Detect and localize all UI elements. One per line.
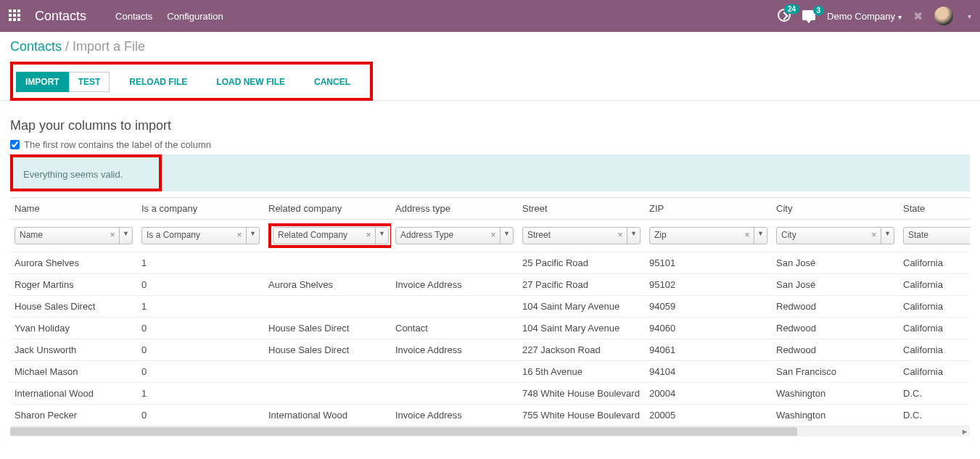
chevron-down-icon[interactable]: ▼ [500,228,513,244]
cell: Invoice Address [391,274,518,296]
field-select-address-type[interactable]: Address Type×▼ [395,227,514,244]
breadcrumb-root[interactable]: Contacts [10,39,62,54]
apps-icon[interactable] [9,9,22,22]
cell: International Wood [264,405,391,426]
horizontal-scrollbar[interactable]: ◄ ► [10,426,970,437]
cell: San José [772,274,899,296]
col-header: Address type [391,198,518,220]
cell: Michael Mason [10,361,137,383]
scrollbar-thumb[interactable] [10,427,797,436]
cell: 95101 [645,252,772,274]
field-select-row: Name×▼ Is a Company×▼ Related Company×▼ … [10,220,970,252]
field-select-related-company[interactable]: Related Company×▼ [273,227,389,244]
field-select-city[interactable]: City×▼ [776,227,894,244]
cell [391,296,518,318]
col-header: Name [10,198,137,220]
cell: 94061 [645,339,772,361]
cell: Roger Martins [10,274,137,296]
breadcrumb-current: Import a File [73,39,145,54]
cell: California [899,252,970,274]
cell: House Sales Direct [264,318,391,339]
cell: 104 Saint Mary Avenue [518,318,645,339]
clear-icon[interactable]: × [487,228,500,244]
reload-file-button[interactable]: RELOAD FILE [120,72,197,92]
import-table-wrap: Name Is a company Related company Addres… [10,197,970,426]
cell: 104 Saint Mary Avenue [518,296,645,318]
activities-button[interactable]: 24 [778,9,791,24]
cell [391,361,518,383]
chevron-down-icon[interactable]: ▼ [754,228,767,244]
col-header: Is a company [137,198,264,220]
cell: Aurora Shelves [10,252,137,274]
clear-icon[interactable]: × [362,228,375,244]
first-row-checkbox[interactable] [10,140,20,149]
col-header: Street [518,198,645,220]
cell: California [899,361,970,383]
cell [391,252,518,274]
nav-link-configuration[interactable]: Configuration [167,11,223,22]
chevron-down-icon[interactable]: ▼ [627,228,640,244]
cell: Redwood [772,339,899,361]
cell: 227 Jackson Road [518,339,645,361]
cell: 0 [137,274,264,296]
field-select-state[interactable]: State▼ [903,227,970,244]
cell: 1 [137,252,264,274]
col-header: Related company [264,198,391,220]
cell: Invoice Address [391,339,518,361]
cell: California [899,296,970,318]
load-new-file-button[interactable]: LOAD NEW FILE [207,72,295,92]
import-table: Name Is a company Related company Addres… [10,198,970,426]
cell: Jack Unsworth [10,339,137,361]
cell: 94059 [645,296,772,318]
chevron-down-icon[interactable]: ▼ [881,228,894,244]
highlight-box-buttons: IMPORT TEST RELOAD FILE LOAD NEW FILE CA… [10,62,373,101]
topnav: Contacts Contacts Configuration 24 3 Dem… [0,0,980,32]
field-select-is-company[interactable]: Is a Company×▼ [141,227,260,244]
test-button[interactable]: TEST [69,72,110,92]
scroll-right-icon[interactable]: ► [960,426,970,437]
first-row-checkbox-row[interactable]: The first row contains the label of the … [10,139,970,150]
import-button[interactable]: IMPORT [16,72,69,92]
clear-icon[interactable]: × [106,228,119,244]
field-select-zip[interactable]: Zip×▼ [649,227,767,244]
clear-icon[interactable]: × [233,228,246,244]
map-title: Map your columns to import [10,118,970,133]
cell: 1 [137,296,264,318]
clear-icon[interactable]: × [614,228,627,244]
chevron-down-icon[interactable]: ▼ [119,228,132,244]
cell: 0 [137,361,264,383]
cell [264,252,391,274]
cell [264,383,391,405]
chevron-down-icon[interactable]: ▼ [375,228,388,244]
cell: International Wood [10,383,137,405]
alert-text: Everything seems valid. [23,169,123,180]
debug-icon[interactable]: ✖ [913,9,923,23]
field-select-name[interactable]: Name×▼ [15,227,133,244]
cell: 20005 [645,405,772,426]
cell: House Sales Direct [264,339,391,361]
cell: Invoice Address [391,405,518,426]
col-header: City [772,198,899,220]
app-title: Contacts [35,9,86,24]
cell: 95102 [645,274,772,296]
cell: 748 White House Boulevard [518,383,645,405]
cell [391,383,518,405]
user-avatar[interactable] [934,7,953,25]
clear-icon[interactable]: × [868,228,881,244]
company-switcher[interactable]: Demo Company▾ [827,11,902,22]
messages-button[interactable]: 3 [802,10,815,22]
cell [264,296,391,318]
cell: 0 [137,405,264,426]
table-row: Jack Unsworth0House Sales DirectInvoice … [10,339,970,361]
clear-icon[interactable]: × [741,228,754,244]
activities-badge: 24 [784,4,799,14]
header-row: Name Is a company Related company Addres… [10,198,970,220]
chevron-down-icon[interactable]: ▼ [246,228,259,244]
cell: California [899,274,970,296]
company-name: Demo Company [827,11,895,22]
cancel-button[interactable]: CANCEL [305,72,360,92]
nav-link-contacts[interactable]: Contacts [115,11,152,22]
cell: Redwood [772,318,899,339]
field-select-street[interactable]: Street×▼ [522,227,641,244]
table-row: International Wood1748 White House Boule… [10,383,970,405]
